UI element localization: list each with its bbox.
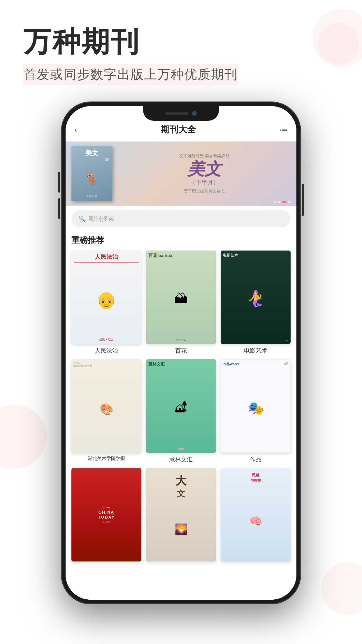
menu-button[interactable]: ≔ [280, 125, 288, 134]
phone-device: ‹ 期刊大全 ≔ 美文 08 🦌 青春写作 文字雕 [61, 102, 301, 604]
banner-book-cover: 美文 08 🦌 青春写作 [71, 146, 112, 201]
cover-renmin-badge: 战疫 • 战士 [74, 337, 139, 342]
magazine-name-hubei: 湖北美术学院学报 [88, 456, 125, 462]
cover-dianying-face: 🧜‍♀️ [223, 258, 288, 339]
cover-baihua-issue: 2020.04 [148, 339, 214, 342]
cover-zuopin-header: 作品Works07 [223, 362, 288, 366]
banner[interactable]: 美文 08 🦌 青春写作 文字雕刻时光 墨香晕染岁月 美文 （下半月） 贾平凹主… [66, 141, 296, 206]
magazine-item-zuopin[interactable]: 作品Works07 🎭 作品 [221, 359, 291, 463]
cover-zuopin-art: 🎭 [223, 366, 288, 450]
magazine-cover-siwei: 思维与智慧 🧠 [221, 468, 291, 561]
magazine-grid-row2: 2020.01湖北美术学院学报 🎨 湖北美术学院学报 慧林文汇 🏕 [66, 359, 296, 463]
cover-yilin-scene: 🏕 [148, 367, 214, 448]
magazine-item-baihua[interactable]: 百花 baihua 🏔 2020.04 百花 [146, 251, 216, 355]
dot-3-active [282, 201, 287, 203]
magazine-cover-dawen: 大 文 🌄 [146, 468, 216, 561]
magazine-item-renmin[interactable]: 人民法治 👴 战疫 • 战士 人民法治 [71, 251, 141, 355]
magazine-cover-baihua: 百花 baihua 🏔 2020.04 [146, 251, 216, 344]
magazine-item-dawen[interactable]: 大 文 🌄 [146, 468, 216, 561]
magazine-name-yilin: 意林文汇 [169, 456, 193, 463]
banner-deer-emoji: 🦌 [74, 162, 109, 194]
cover-renmin-person: 👴 [74, 262, 139, 337]
cover-china-today-sub: 今日中国 [102, 521, 110, 524]
banner-book-title: 美文 [74, 149, 109, 158]
banner-right-content: 文字雕刻时光 墨香晕染岁月 美文 （下半月） 贾平凹主编的美文杂志 [112, 153, 296, 194]
banner-main-text: 美文 [187, 160, 221, 177]
magazine-cover-renmin: 人民法治 👴 战疫 • 战士 [71, 251, 141, 344]
cover-hubei-header: 2020.01湖北美术学院学报 [73, 361, 140, 368]
subtitle: 首发或同步数字出版上万种优质期刊 [23, 64, 238, 85]
section-title: 重磅推荐 [66, 232, 296, 251]
phone-outer-frame: ‹ 期刊大全 ≔ 美文 08 🦌 青春写作 文字雕 [61, 102, 301, 604]
cover-baihua-title: 百花 baihua [148, 253, 214, 258]
banner-tagline2: 贾平凹主编的美文杂志 [184, 189, 225, 194]
phone-screen: ‹ 期刊大全 ≔ 美文 08 🦌 青春写作 文字雕 [66, 106, 296, 600]
search-placeholder-text: 期刊搜索 [89, 214, 114, 223]
cover-hubei-art: 🎨 [73, 368, 140, 451]
banner-book-issue: 08 [74, 158, 109, 162]
cover-renmin-title: 人民法治 [74, 253, 139, 262]
cover-dianying-qr: ▪▪▪ [223, 339, 288, 342]
cover-dawen-scene: 🌄 [175, 499, 188, 559]
magazine-item-yilin[interactable]: 慧林文汇 🏕 🌸🌸 意林文汇 [146, 359, 216, 463]
magazine-item-siwei[interactable]: 思维与智慧 🧠 [221, 468, 291, 561]
magazine-cover-zuopin: 作品Works07 🎭 [221, 359, 291, 453]
cover-siwei-art: 🧠 [249, 483, 262, 559]
magazine-cover-dianying: 电影艺术 🧜‍♀️ ▪▪▪ [221, 251, 291, 344]
cover-dawen-title: 大 [175, 473, 187, 488]
main-title: 万种期刊 [23, 26, 339, 57]
magazine-cover-china-today: ▪▪▪▪▪▪▪ CHINATODAY 今日中国 [71, 468, 141, 561]
magazine-item-dianying[interactable]: 电影艺术 🧜‍♀️ ▪▪▪ 电影艺术 [221, 251, 291, 355]
banner-dots [274, 201, 291, 203]
cover-china-today-top: ▪▪▪▪▪▪▪ [103, 506, 110, 509]
search-icon: 🔍 [78, 215, 86, 222]
magazine-name-baihua: 百花 [175, 347, 187, 355]
nav-title: 期刊大全 [161, 124, 196, 136]
cover-yilin-flowers: 🌸🌸 [148, 448, 214, 450]
cover-siwei-title: 思维与智慧 [250, 473, 261, 483]
magazine-item-hubei[interactable]: 2020.01湖北美术学院学报 🎨 湖北美术学院学报 [71, 359, 141, 463]
dot-1 [274, 201, 276, 203]
cover-dawen-subtitle: 文 [177, 488, 185, 499]
bg-decoration-bottom-left [0, 405, 47, 469]
phone-notch [143, 106, 219, 121]
cover-china-today-text: CHINATODAY [98, 510, 115, 520]
magazine-name-renmin: 人民法治 [95, 347, 118, 355]
magazine-name-zuopin: 作品 [250, 456, 261, 463]
banner-book-sub: 青春写作 [74, 194, 109, 198]
back-button[interactable]: ‹ [74, 125, 77, 134]
bg-decoration-bottom-right [321, 562, 362, 615]
magazine-name-dianying: 电影艺术 [244, 347, 267, 355]
notch-camera [192, 111, 197, 116]
magazine-cover-hubei: 2020.01湖北美术学院学报 🎨 [71, 359, 141, 453]
magazine-cover-yilin: 慧林文汇 🏕 🌸🌸 [146, 359, 216, 453]
screen-content: ‹ 期刊大全 ≔ 美文 08 🦌 青春写作 文字雕 [66, 106, 296, 600]
dot-2 [278, 201, 280, 203]
banner-sub-text: （下半月） [190, 178, 219, 186]
magazine-grid-row1: 人民法治 👴 战疫 • 战士 人民法治 百花 baihua 🏔 [66, 251, 296, 355]
header-section: 万种期刊 首发或同步数字出版上万种优质期刊 [0, 0, 362, 97]
cover-dianying-title: 电影艺术 [223, 253, 288, 258]
banner-tagline1: 文字雕刻时光 墨香晕染岁月 [179, 153, 229, 159]
dot-4 [288, 201, 291, 203]
magazine-item-china-today[interactable]: ▪▪▪▪▪▪▪ CHINATODAY 今日中国 [71, 468, 141, 561]
cover-yilin-title: 慧林文汇 [148, 362, 214, 367]
magazine-grid-row3: ▪▪▪▪▪▪▪ CHINATODAY 今日中国 大 文 🌄 [66, 463, 296, 561]
search-bar[interactable]: 🔍 期刊搜索 [71, 210, 291, 227]
notch-speaker [165, 112, 189, 115]
cover-baihua-scene: 🏔 [148, 258, 214, 339]
